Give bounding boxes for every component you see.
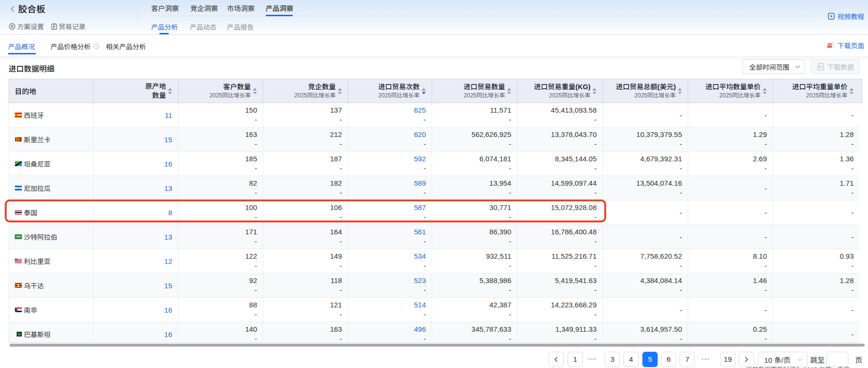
svg-text:PDF: PDF — [827, 44, 832, 47]
